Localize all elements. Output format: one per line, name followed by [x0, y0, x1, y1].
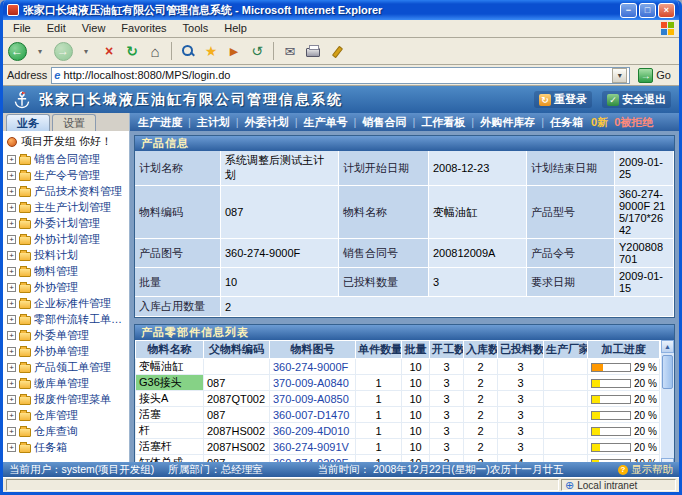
toolbar-button-search[interactable]: [178, 40, 198, 62]
scroll-thumb[interactable]: [662, 355, 673, 389]
windows-logo-icon: [661, 22, 675, 36]
close-button[interactable]: ×: [658, 3, 675, 18]
tab-business[interactable]: 业务: [6, 114, 50, 131]
progress-bar: [591, 379, 631, 388]
expand-icon[interactable]: +: [7, 315, 16, 324]
mail-icon: ✉: [285, 44, 296, 59]
toolbar-button-history[interactable]: ↺: [247, 40, 267, 62]
expand-icon[interactable]: +: [7, 283, 16, 292]
minimize-button[interactable]: −: [620, 3, 637, 18]
expand-icon[interactable]: +: [7, 171, 16, 180]
sidebar-item[interactable]: +销售合同管理: [3, 151, 129, 167]
sidebar-item[interactable]: +物料管理: [3, 263, 129, 279]
toolbar-button-home[interactable]: ⌂: [145, 40, 165, 62]
expand-icon[interactable]: +: [7, 363, 16, 372]
toolbar-button-forward-dropdown[interactable]: ▾: [76, 40, 96, 62]
nav-item[interactable]: 任务箱: [550, 115, 583, 130]
expand-icon[interactable]: +: [7, 267, 16, 276]
toolbar-button-refresh[interactable]: ↻: [122, 40, 142, 62]
toolbar-button-print[interactable]: [303, 40, 323, 62]
table-row[interactable]: 变幅油缸360-274-9000F1032329 %: [136, 359, 660, 375]
address-dropdown-button[interactable]: ▾: [612, 68, 627, 83]
sidebar-item[interactable]: +报废件管理菜单: [3, 391, 129, 407]
relogin-button[interactable]: ↻ 重登录: [534, 91, 592, 108]
nav-item[interactable]: 主计划: [197, 115, 230, 130]
expand-icon[interactable]: +: [7, 251, 16, 260]
nav-item[interactable]: 工作看板: [421, 115, 465, 130]
sidebar-item[interactable]: +外协单管理: [3, 343, 129, 359]
nav-item[interactable]: 外委计划: [245, 115, 289, 130]
table-row[interactable]: 接头A2087QT002370-009-A085011032320 %: [136, 391, 660, 407]
table-row[interactable]: G36接头087370-009-A084011032320 %: [136, 375, 660, 391]
title-bar[interactable]: 张家口长城液压油缸有限公司管理信息系统 - Microsoft Internet…: [3, 0, 679, 20]
toolbar-button-back-dropdown[interactable]: ▾: [30, 40, 50, 62]
sidebar-item[interactable]: +生产令号管理: [3, 167, 129, 183]
sidebar-item[interactable]: +零部件流转工单管理: [3, 311, 129, 327]
toolbar-button-edit[interactable]: [326, 40, 346, 62]
go-button[interactable]: → Go: [634, 68, 675, 83]
table-row[interactable]: 缸体总成087360-274-9200F11032419 %: [136, 455, 660, 463]
expand-icon[interactable]: +: [7, 347, 16, 356]
toolbar: ←▾→▾×↻⌂★▶↺✉: [3, 38, 679, 65]
expand-icon[interactable]: +: [7, 235, 16, 244]
menu-item-view[interactable]: View: [74, 20, 114, 37]
scroll-track[interactable]: [661, 353, 674, 458]
sidebar-item[interactable]: +外协管理: [3, 279, 129, 295]
show-help-link[interactable]: ? 显示帮助: [618, 463, 673, 477]
nav-item[interactable]: 外购件库存: [480, 115, 535, 130]
address-input[interactable]: [63, 69, 612, 81]
logout-button[interactable]: ✓ 安全退出: [602, 91, 671, 108]
sidebar-item[interactable]: +投料计划: [3, 247, 129, 263]
footer-user-info: 当前用户： system(项目开发组) 所属部门： 总经理室: [9, 463, 263, 477]
sidebar-item[interactable]: +外协计划管理: [3, 231, 129, 247]
toolbar-button-back[interactable]: ←: [7, 40, 27, 62]
tab-settings[interactable]: 设置: [52, 114, 96, 131]
sidebar-item[interactable]: +产品领工单管理: [3, 359, 129, 375]
toolbar-button-forward[interactable]: →: [53, 40, 73, 62]
expand-icon[interactable]: +: [7, 299, 16, 308]
table-cell: 接头A: [136, 391, 204, 407]
menu-item-favorites[interactable]: Favorites: [113, 20, 174, 37]
sidebar-item[interactable]: +缴库单管理: [3, 375, 129, 391]
sidebar-item[interactable]: +外委单管理: [3, 327, 129, 343]
expand-icon[interactable]: +: [7, 427, 16, 436]
sidebar-item[interactable]: +仓库查询: [3, 423, 129, 439]
sidebar-item[interactable]: +仓库管理: [3, 407, 129, 423]
expand-icon[interactable]: +: [7, 331, 16, 340]
info-value: 360-274-9000F 215/170*2642: [615, 186, 674, 239]
nav-item[interactable]: 生产单号: [304, 115, 348, 130]
table-cell: 2: [464, 439, 498, 455]
parts-scrollbar[interactable]: ▲ ▼: [660, 340, 674, 462]
menu-item-tools[interactable]: Tools: [175, 20, 217, 37]
sidebar-item[interactable]: +外委计划管理: [3, 215, 129, 231]
table-cell: 10: [402, 423, 430, 439]
table-row[interactable]: 杆2087HS002360-209-4D01011032320 %: [136, 423, 660, 439]
nav-item[interactable]: 生产进度: [138, 115, 182, 130]
maximize-button[interactable]: □: [639, 3, 656, 18]
expand-icon[interactable]: +: [7, 411, 16, 420]
expand-icon[interactable]: +: [7, 187, 16, 196]
sidebar-item[interactable]: +任务箱: [3, 439, 129, 455]
table-row[interactable]: 活塞087360-007-D147011032320 %: [136, 407, 660, 423]
page-icon: e: [54, 69, 60, 81]
progress-cell: 20 %: [588, 391, 660, 407]
sidebar-item[interactable]: +产品技术资料管理: [3, 183, 129, 199]
menu-item-help[interactable]: Help: [216, 20, 255, 37]
toolbar-button-media[interactable]: ▶: [224, 40, 244, 62]
expand-icon[interactable]: +: [7, 395, 16, 404]
expand-icon[interactable]: +: [7, 219, 16, 228]
nav-item[interactable]: 销售合同: [362, 115, 406, 130]
scroll-up-button[interactable]: ▲: [661, 340, 674, 353]
toolbar-button-stop[interactable]: ×: [99, 40, 119, 62]
menu-item-file[interactable]: File: [5, 20, 39, 37]
sidebar-item[interactable]: +主生产计划管理: [3, 199, 129, 215]
table-row[interactable]: 活塞杆2087HS002360-274-9091V11032320 %: [136, 439, 660, 455]
expand-icon[interactable]: +: [7, 203, 16, 212]
toolbar-button-mail[interactable]: ✉: [280, 40, 300, 62]
toolbar-button-favorites[interactable]: ★: [201, 40, 221, 62]
expand-icon[interactable]: +: [7, 379, 16, 388]
sidebar-item[interactable]: +企业标准件管理: [3, 295, 129, 311]
expand-icon[interactable]: +: [7, 155, 16, 164]
menu-item-edit[interactable]: Edit: [39, 20, 74, 37]
expand-icon[interactable]: +: [7, 443, 16, 452]
